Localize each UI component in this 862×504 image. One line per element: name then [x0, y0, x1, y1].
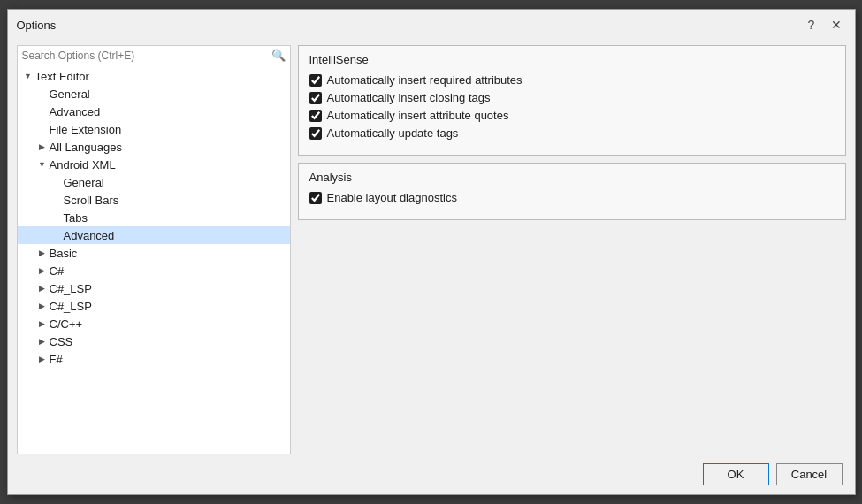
title-bar: Options ? ✕ — [8, 10, 855, 38]
tree-item-advanced[interactable]: Advanced — [18, 103, 290, 120]
tree-item-android-xml-general[interactable]: General — [18, 173, 290, 191]
auto-update-tags-row: Automatically update tags — [309, 126, 835, 140]
tree-item-csharp[interactable]: C# — [18, 262, 290, 279]
tree-item-android-xml[interactable]: Android XML — [18, 156, 290, 173]
tree-item-android-xml-tabs[interactable]: Tabs — [18, 209, 290, 226]
expander-android-xml-scrollbars — [50, 193, 64, 207]
tree-label-css: CSS — [50, 335, 73, 348]
tree-label-general: General — [50, 88, 90, 101]
tree-item-fsharp[interactable]: F# — [18, 350, 290, 368]
tree-label-basic: Basic — [50, 247, 78, 260]
auto-insert-required-label: Automatically insert required attributes — [327, 73, 523, 87]
dialog-footer: OK Cancel — [8, 454, 855, 494]
expander-advanced — [35, 104, 50, 118]
tree-label-android-xml-advanced: Advanced — [64, 229, 115, 242]
enable-layout-diagnostics-checkbox[interactable] — [309, 192, 322, 204]
tree-label-android-xml-tabs: Tabs — [64, 211, 88, 225]
title-bar-buttons: ? ✕ — [802, 15, 846, 34]
tree-item-css[interactable]: CSS — [18, 332, 290, 350]
search-container: 🔍 — [18, 46, 290, 65]
auto-update-tags-label: Automatically update tags — [327, 126, 459, 140]
tree-label-android-xml-scrollbars: Scroll Bars — [64, 194, 119, 207]
expander-csharp-lsp-1 — [35, 281, 50, 295]
expander-android-xml-tabs — [50, 210, 64, 225]
enable-layout-diagnostics-row: Enable layout diagnostics — [309, 191, 835, 204]
enable-layout-diagnostics-label: Enable layout diagnostics — [327, 191, 457, 204]
tree-item-file-extension[interactable]: File Extension — [18, 120, 290, 138]
options-dialog: Options ? ✕ 🔍 Text Editor Genera — [7, 9, 856, 495]
tree-label-android-xml-general: General — [64, 176, 104, 189]
expander-android-xml-advanced — [50, 228, 64, 242]
tree-item-all-languages[interactable]: All Languages — [18, 138, 290, 156]
ok-button[interactable]: OK — [703, 463, 769, 485]
expander-fsharp — [35, 352, 50, 366]
expander-cpp — [35, 317, 50, 331]
expander-android-xml — [35, 157, 50, 172]
tree-label-fsharp: F# — [50, 353, 63, 366]
tree-item-csharp-lsp-2[interactable]: C#_LSP — [18, 297, 290, 315]
dialog-body: 🔍 Text Editor General Advanced — [8, 38, 855, 454]
expander-android-xml-general — [50, 175, 64, 189]
expander-css — [35, 334, 50, 348]
expander-general — [35, 87, 50, 101]
intellisense-section: IntelliSense Automatically insert requir… — [298, 45, 846, 156]
tree-label-advanced: Advanced — [50, 105, 101, 118]
tree-label-csharp-lsp-2: C#_LSP — [50, 300, 92, 313]
expander-text-editor — [21, 69, 35, 83]
tree-item-android-xml-advanced[interactable]: Advanced — [18, 226, 290, 244]
auto-insert-required-checkbox[interactable] — [309, 74, 322, 87]
tree-label-file-extension: File Extension — [50, 123, 122, 136]
tree-label-all-languages: All Languages — [50, 141, 122, 154]
tree-label-cpp: C/C++ — [50, 317, 83, 331]
auto-insert-closing-row: Automatically insert closing tags — [309, 91, 835, 104]
expander-file-extension — [35, 122, 50, 136]
left-panel: 🔍 Text Editor General Advanced — [17, 45, 291, 454]
expander-all-languages — [35, 140, 50, 154]
expander-csharp-lsp-2 — [35, 299, 50, 313]
auto-insert-quotes-label: Automatically insert attribute quotes — [327, 109, 509, 122]
expander-csharp — [35, 263, 50, 278]
auto-insert-quotes-row: Automatically insert attribute quotes — [309, 109, 835, 122]
close-button[interactable]: ✕ — [827, 15, 846, 34]
tree-view: Text Editor General Advanced File Extens… — [18, 65, 290, 454]
tree-item-basic[interactable]: Basic — [18, 244, 290, 262]
search-input[interactable] — [22, 50, 271, 62]
tree-label-android-xml: Android XML — [50, 158, 116, 172]
tree-item-android-xml-scrollbars[interactable]: Scroll Bars — [18, 191, 290, 209]
tree-label-text-editor: Text Editor — [35, 70, 89, 83]
analysis-section: Analysis Enable layout diagnostics — [298, 163, 846, 220]
auto-insert-closing-checkbox[interactable] — [309, 92, 322, 104]
auto-insert-quotes-checkbox[interactable] — [309, 110, 322, 122]
expander-basic — [35, 246, 50, 260]
tree-item-csharp-lsp-1[interactable]: C#_LSP — [18, 279, 290, 297]
tree-item-general[interactable]: General — [18, 85, 290, 103]
tree-label-csharp: C# — [50, 264, 65, 278]
right-panel: IntelliSense Automatically insert requir… — [298, 45, 846, 454]
auto-update-tags-checkbox[interactable] — [309, 127, 322, 140]
tree-label-csharp-lsp-1: C#_LSP — [50, 282, 92, 295]
auto-insert-required-row: Automatically insert required attributes — [309, 73, 835, 87]
cancel-button[interactable]: Cancel — [776, 463, 843, 485]
analysis-title: Analysis — [309, 171, 835, 184]
intellisense-title: IntelliSense — [309, 53, 835, 66]
help-button[interactable]: ? — [802, 15, 821, 34]
dialog-title: Options — [17, 19, 57, 32]
auto-insert-closing-label: Automatically insert closing tags — [327, 91, 491, 104]
tree-item-text-editor[interactable]: Text Editor — [18, 67, 290, 85]
tree-item-cpp[interactable]: C/C++ — [18, 315, 290, 332]
search-icon: 🔍 — [271, 49, 286, 62]
